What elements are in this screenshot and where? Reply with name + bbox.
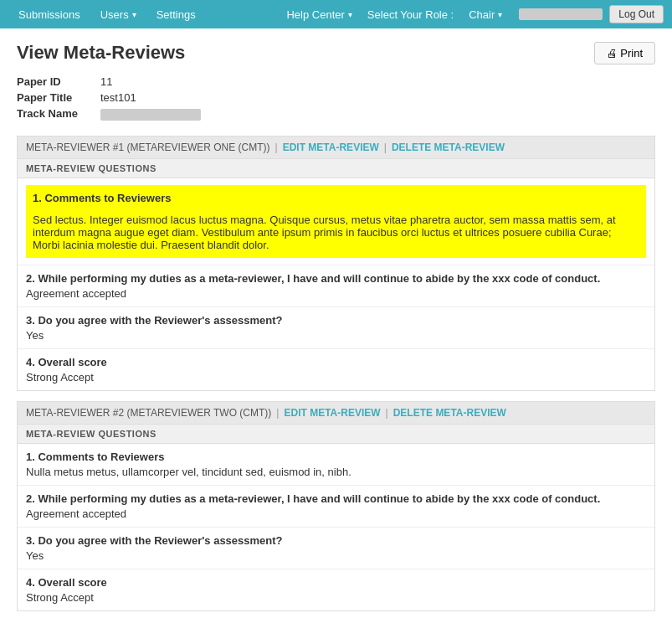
reviewer-header-1: META-REVIEWER #1 (METAREVIEWER ONE (CMT)… bbox=[18, 136, 654, 159]
questions-header-2: META-REVIEW QUESTIONS bbox=[18, 425, 654, 444]
paper-title-value: test101 bbox=[100, 90, 209, 106]
question-answer-2-3: Yes bbox=[26, 549, 646, 562]
sep2-1: | bbox=[384, 142, 387, 153]
question-title-1-4: 4. Overall score bbox=[26, 356, 646, 368]
question-1-4: 4. Overall scoreStrong Accept bbox=[18, 349, 654, 390]
question-title-2-3: 3. Do you agree with the Reviewer's asse… bbox=[26, 534, 646, 547]
question-answer-1-4: Strong Accept bbox=[26, 371, 646, 384]
paper-title-label: Paper Title bbox=[17, 90, 100, 106]
question-title-2-1: 1. Comments to Reviewers bbox=[26, 451, 646, 463]
reviewer-block-2: META-REVIEWER #2 (METAREVIEWER TWO (CMT)… bbox=[17, 401, 655, 611]
paper-id-value: 11 bbox=[100, 74, 209, 90]
sep-2: | bbox=[276, 407, 279, 419]
question-answer-1-2: Agreement accepted bbox=[26, 287, 646, 300]
role-caret-icon: ▾ bbox=[498, 10, 502, 19]
track-name-value bbox=[100, 106, 209, 122]
question-title-1-1: 1. Comments to Reviewers bbox=[29, 188, 643, 208]
paper-id-label: Paper ID bbox=[17, 74, 100, 90]
questions-header-1: META-REVIEW QUESTIONS bbox=[18, 159, 654, 178]
nav-submissions[interactable]: Submissions bbox=[8, 0, 90, 28]
edit-meta-review-link-1[interactable]: EDIT META-REVIEW bbox=[283, 142, 379, 153]
sep-1: | bbox=[275, 142, 278, 153]
question-title-1-2: 2. While performing my duties as a meta-… bbox=[26, 272, 646, 285]
reviewer-title-2: META-REVIEWER #2 (METAREVIEWER TWO (CMT)… bbox=[26, 407, 271, 419]
question-answer-2-2: Agreement accepted bbox=[26, 507, 646, 520]
question-answer-2-1: Nulla metus metus, ullamcorper vel, tinc… bbox=[26, 466, 646, 478]
question-1-2: 2. While performing my duties as a meta-… bbox=[18, 265, 654, 307]
reviewer-block-1: META-REVIEWER #1 (METAREVIEWER ONE (CMT)… bbox=[17, 136, 655, 391]
nav-settings[interactable]: Settings bbox=[146, 0, 206, 28]
reviewer-title-1: META-REVIEWER #1 (METAREVIEWER ONE (CMT)… bbox=[26, 142, 270, 153]
question-title-2-2: 2. While performing my duties as a meta-… bbox=[26, 492, 646, 505]
question-1-3: 3. Do you agree with the Reviewer's asse… bbox=[18, 307, 654, 349]
print-button[interactable]: 🖨 Print bbox=[594, 42, 655, 64]
question-answer-1-3: Yes bbox=[26, 329, 646, 342]
nav-role-selector[interactable]: Chair ▾ bbox=[459, 0, 512, 28]
sep2-2: | bbox=[386, 407, 388, 419]
nav-users[interactable]: Users ▾ bbox=[90, 0, 146, 28]
question-answer-1-1: Sed lectus. Integer euismod lacus luctus… bbox=[29, 210, 643, 255]
user-name-redacted bbox=[519, 8, 603, 20]
question-title-2-4: 4. Overall score bbox=[26, 576, 646, 589]
question-2-2: 2. While performing my duties as a meta-… bbox=[18, 486, 654, 528]
page-title: View Meta-Reviews bbox=[17, 42, 185, 64]
delete-meta-review-link-2[interactable]: DELETE META-REVIEW bbox=[393, 407, 506, 419]
question-2-1: 1. Comments to ReviewersNulla metus metu… bbox=[18, 444, 654, 486]
help-caret-icon: ▾ bbox=[348, 10, 352, 19]
role-label: Select Your Role : bbox=[362, 8, 459, 21]
question-2-4: 4. Overall scoreStrong Accept bbox=[18, 569, 654, 610]
delete-meta-review-link-1[interactable]: DELETE META-REVIEW bbox=[392, 142, 505, 153]
question-answer-2-4: Strong Accept bbox=[26, 591, 646, 604]
question-title-1-3: 3. Do you agree with the Reviewer's asse… bbox=[26, 314, 646, 327]
reviewer-header-2: META-REVIEWER #2 (METAREVIEWER TWO (CMT)… bbox=[18, 402, 654, 425]
logout-button[interactable]: Log Out bbox=[609, 5, 664, 23]
paper-metadata: Paper ID 11 Paper Title test101 Track Na… bbox=[17, 74, 655, 122]
edit-meta-review-link-2[interactable]: EDIT META-REVIEW bbox=[284, 407, 380, 419]
question-1-1: 1. Comments to ReviewersSed lectus. Inte… bbox=[18, 178, 654, 265]
nav-help-center[interactable]: Help Center ▾ bbox=[276, 0, 362, 28]
navbar: Submissions Users ▾ Settings Help Center… bbox=[0, 0, 672, 28]
track-name-label: Track Name bbox=[17, 106, 100, 122]
users-caret-icon: ▾ bbox=[132, 10, 136, 19]
question-2-3: 3. Do you agree with the Reviewer's asse… bbox=[18, 528, 654, 569]
